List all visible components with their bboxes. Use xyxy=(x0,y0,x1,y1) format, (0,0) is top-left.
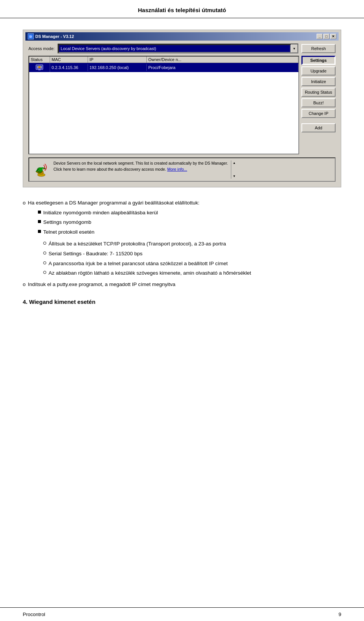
info-bar: Device Servers on the local network segm… xyxy=(28,157,336,182)
minimize-button[interactable]: _ xyxy=(317,34,323,39)
row-status xyxy=(29,63,50,72)
bullet-square-icon xyxy=(38,211,41,214)
more-info-link[interactable]: More info... xyxy=(167,167,187,171)
last-item-text: Indítsuk el a putty.exe programot, a meg… xyxy=(28,280,176,289)
sub-list-item: Az ablakban rögtön látható a készülék sz… xyxy=(43,269,251,277)
sub-list-item: Serial Settings - Baudrate: 7- 115200 bp… xyxy=(43,250,251,258)
page-footer: Procontrol 9 xyxy=(0,607,364,621)
list-item: Initialize nyomógomb minden alapbeállítá… xyxy=(38,209,341,217)
close-button[interactable]: ✕ xyxy=(330,34,336,39)
svg-text:D: D xyxy=(30,35,32,38)
bullet-circle-icon xyxy=(43,271,46,274)
list-empty-area xyxy=(29,72,298,140)
footer-page: 9 xyxy=(339,612,341,617)
svg-rect-4 xyxy=(38,69,41,70)
list-item: Settings nyomógomb xyxy=(38,218,341,226)
device-list-panel: Status MAC IP Owner/Device n... xyxy=(28,56,299,154)
bullet-circle-icon xyxy=(43,261,46,264)
window-titlebar: D DS Manager - V3.12 _ □ ✕ xyxy=(25,32,339,41)
main-list: Initialize nyomógomb minden alapbeállítá… xyxy=(38,209,341,279)
dropdown-arrow-icon[interactable]: ▼ xyxy=(291,44,298,53)
info-satellite-icon xyxy=(32,160,50,179)
initialize-button[interactable]: Initialize xyxy=(301,77,336,86)
intro-item: o Ha esetlegesen a DS Manager programmal… xyxy=(23,199,341,207)
bullet-square-icon xyxy=(38,220,41,223)
access-mode-combo[interactable]: Local Device Servers (auto-discovery by … xyxy=(58,44,291,53)
last-o-item: o Indítsuk el a putty.exe programot, a m… xyxy=(23,280,341,289)
sub-item-text: Állítsuk be a készüléket TCP/IP protokol… xyxy=(49,240,226,248)
main-panel: Status MAC IP Owner/Device n... xyxy=(28,56,336,154)
col-ip: IP xyxy=(88,57,147,63)
body-content: o Ha esetlegesen a DS Manager programmal… xyxy=(0,195,364,317)
list-item: Telnet protokoll esetén Állítsuk be a ké… xyxy=(38,228,341,279)
bullet-circle-icon xyxy=(43,252,46,255)
col-owner: Owner/Device n... xyxy=(147,57,298,63)
maximize-button[interactable]: □ xyxy=(323,34,329,39)
table-row[interactable]: 0.2.3.4.115.36 192.168.0.250 (local) Pro… xyxy=(29,63,298,72)
settings-button[interactable]: Settings xyxy=(301,56,336,65)
device-status-icon xyxy=(35,64,44,71)
buzz-button[interactable]: Buzz! xyxy=(301,98,336,107)
item-text: Settings nyomógomb xyxy=(43,218,91,226)
window-content: Access mode: Local Device Servers (auto-… xyxy=(25,41,339,185)
o-label: o xyxy=(23,199,26,207)
sub-item-text: A parancssorba írjuk be a telnet parancs… xyxy=(49,259,228,268)
sub-list-item: A parancssorba írjuk be a telnet parancs… xyxy=(43,259,251,268)
page-header: Használati és telepítési útmutató xyxy=(0,0,364,18)
access-mode-row: Access mode: Local Device Servers (auto-… xyxy=(28,44,336,53)
row-mac: 0.2.3.4.115.36 xyxy=(50,64,88,71)
screenshot-window: D DS Manager - V3.12 _ □ ✕ Access mode: … xyxy=(23,30,341,187)
window-title: DS Manager - V3.12 xyxy=(35,34,74,39)
window-controls: _ □ ✕ xyxy=(317,34,336,39)
sub-item-text: Az ablakban rögtön látható a készülék sz… xyxy=(49,269,251,277)
info-text-block: Device Servers on the local network segm… xyxy=(53,160,228,173)
routing-status-button[interactable]: Routing Status xyxy=(301,88,336,97)
row-owner: Proci/Fobejara xyxy=(147,64,298,71)
upgrade-button[interactable]: Upgrade xyxy=(301,66,336,75)
o-label: o xyxy=(23,280,26,289)
bullet-square-icon xyxy=(38,230,41,233)
list-header: Status MAC IP Owner/Device n... xyxy=(29,57,298,63)
section4-heading: 4. Wiegand kimenet esetén xyxy=(23,297,341,307)
add-button[interactable]: Add xyxy=(301,123,336,132)
row-ip: 192.168.0.250 (local) xyxy=(88,64,147,71)
refresh-button[interactable]: Refresh xyxy=(301,44,336,53)
titlebar-left: D DS Manager - V3.12 xyxy=(28,33,74,39)
bullet-circle-icon xyxy=(43,242,46,245)
info-main-text: Device Servers on the local network segm… xyxy=(53,161,228,165)
sub-list-item: Állítsuk be a készüléket TCP/IP protokol… xyxy=(43,240,251,248)
sub-item-text: Serial Settings - Baudrate: 7- 115200 bp… xyxy=(49,250,143,258)
header-title: Használati és telepítési útmutató xyxy=(138,7,226,13)
scrollbar[interactable]: ▲ ▼ xyxy=(231,160,237,179)
info-sub-text: Click here to learn more about the auto-… xyxy=(53,167,166,171)
svg-point-5 xyxy=(38,66,41,68)
col-status: Status xyxy=(29,57,50,63)
col-mac: MAC xyxy=(50,57,88,63)
sub-list: Állítsuk be a készüléket TCP/IP protokol… xyxy=(43,240,251,278)
footer-company: Procontrol xyxy=(23,612,45,617)
item-text: Initialize nyomógomb minden alapbeállítá… xyxy=(43,209,158,217)
change-ip-button[interactable]: Change IP xyxy=(301,109,336,118)
app-icon: D xyxy=(28,33,34,39)
svg-point-10 xyxy=(39,168,42,171)
access-mode-label: Access mode: xyxy=(28,46,55,51)
intro-text: Ha esetlegesen a DS Manager programmal a… xyxy=(28,199,200,207)
button-panel: Settings Upgrade Initialize Routing Stat… xyxy=(301,56,336,154)
item-text: Telnet protokoll esetén xyxy=(43,228,94,236)
